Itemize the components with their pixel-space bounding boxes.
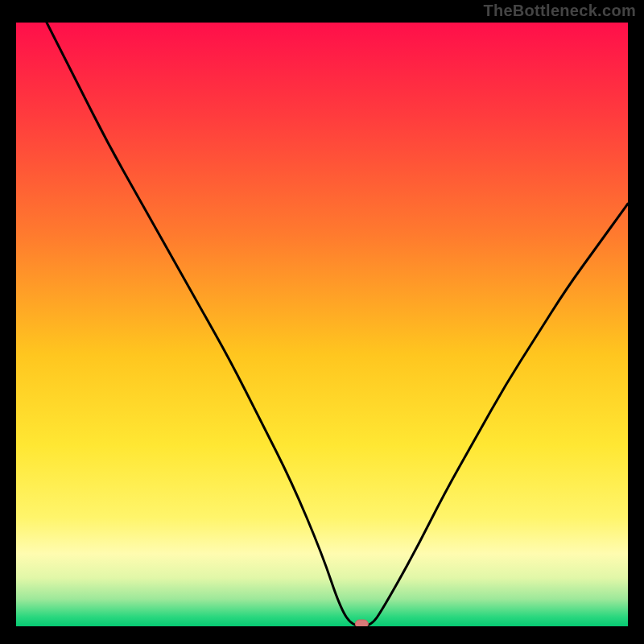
chart-stage: TheBottleneck.com: [0, 0, 644, 644]
plot-background: [16, 23, 628, 626]
bottleneck-plot: [16, 23, 628, 626]
plot-svg: [16, 23, 628, 626]
watermark-label: TheBottleneck.com: [483, 2, 636, 20]
optimum-marker: [355, 620, 368, 626]
